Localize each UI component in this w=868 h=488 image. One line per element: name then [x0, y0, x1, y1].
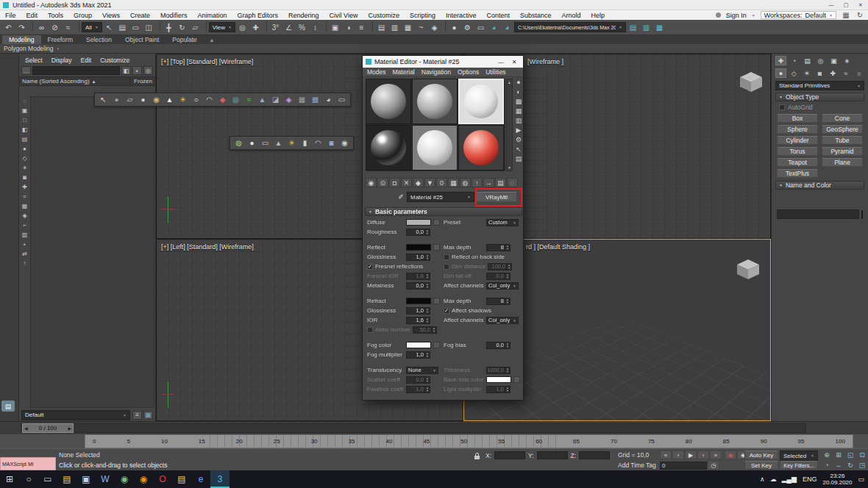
close-button[interactable]: ✕ — [508, 57, 520, 67]
select-object-icon[interactable]: ↖ — [103, 21, 115, 34]
vray-volume-grid-icon[interactable]: ▩ — [309, 94, 321, 105]
menu-content[interactable]: Content — [481, 12, 515, 19]
go-forward-icon[interactable]: → — [483, 178, 494, 187]
rectangular-selection-region-icon[interactable]: ▭ — [129, 21, 142, 34]
make-preview-icon[interactable]: ▶ — [516, 126, 522, 134]
x-coordinate-field[interactable] — [494, 451, 525, 459]
spinner-field[interactable]: 0,0▲▼ — [406, 229, 430, 236]
viewport-front-label[interactable]: [Wireframe ] — [527, 58, 563, 65]
key-selection-dropdown[interactable]: Selected▼ — [780, 451, 818, 461]
pick-parent-icon[interactable]: ◎ — [143, 66, 153, 75]
object-name-input[interactable] — [777, 209, 859, 219]
previous-frame-icon[interactable]: ‹ — [672, 451, 684, 459]
lights-category-icon[interactable]: ☀ — [801, 68, 812, 78]
display-geometry-icon[interactable]: ● — [23, 146, 26, 152]
zoom-icon[interactable]: ⊕ — [821, 451, 833, 459]
material-sample-slot[interactable] — [412, 79, 458, 124]
percent-snap-icon[interactable]: % — [296, 21, 308, 34]
tab-populate[interactable]: Populate — [166, 35, 204, 44]
select-and-manipulate-icon[interactable]: ✚ — [249, 21, 262, 34]
vray-rect-light-icon[interactable]: ▭ — [259, 137, 271, 148]
checkbox[interactable] — [444, 264, 449, 270]
select-icon[interactable]: ↖ — [97, 94, 110, 105]
firefox-icon[interactable]: ◉ — [134, 470, 153, 488]
material-sample-slot[interactable] — [458, 79, 504, 124]
material-editor-titlebar[interactable]: Material Editor - Material #25 — ✕ — [363, 56, 523, 68]
select-all-icon[interactable]: ▣ — [22, 107, 28, 114]
display-lights-icon[interactable]: ☀ — [22, 165, 27, 171]
backlight-icon[interactable]: ◐ — [516, 88, 520, 96]
auto-key-button[interactable]: Auto Key — [744, 451, 778, 459]
data-exchange-icon[interactable]: ▦ — [653, 21, 666, 34]
vray-physical-camera-icon[interactable]: ◉ — [338, 137, 351, 148]
menu-interactive[interactable]: Interactive — [441, 12, 482, 19]
go-to-start-icon[interactable]: « — [660, 451, 672, 459]
map-button[interactable] — [433, 219, 440, 226]
map-button[interactable] — [513, 376, 520, 383]
map-button[interactable] — [433, 342, 440, 348]
dropdown[interactable]: None▼ — [406, 367, 438, 374]
checkbox[interactable] — [367, 327, 373, 333]
render-iterative-icon[interactable]: ◕ — [501, 21, 513, 34]
checkbox[interactable]: ✓ — [444, 308, 449, 314]
ribbon-collapse-icon[interactable]: ▴ — [204, 35, 220, 44]
field-of-view-icon[interactable]: ◔ — [821, 461, 833, 470]
sort-column-header[interactable]: Name (Sorted Ascending) — [22, 78, 90, 85]
undo-icon[interactable]: ↶ — [2, 21, 15, 34]
window-crossing-icon[interactable]: ◫ — [143, 21, 155, 34]
geometry-category-icon[interactable]: ● — [775, 68, 786, 78]
polygon-modeling-panel[interactable]: Polygon Modeling — [4, 45, 54, 52]
toggle-layer-explorer-icon[interactable]: ▥ — [388, 21, 401, 34]
opera-icon[interactable]: O — [153, 470, 172, 488]
spinner-snap-icon[interactable]: ↕ — [309, 21, 321, 34]
display-xrefs-icon[interactable]: ◈ — [22, 212, 26, 219]
explorer-settings-icon[interactable]: ≡ — [132, 411, 142, 420]
bind-to-space-warp-icon[interactable]: ≈ — [62, 21, 74, 34]
material-map-navigator-icon[interactable]: ▤ — [516, 155, 522, 162]
scene-explorer-search-input[interactable] — [32, 66, 120, 75]
material-sample-slot[interactable] — [366, 125, 411, 171]
spinner-field[interactable]: 50,0▲▼ — [413, 326, 437, 334]
spinner-field[interactable]: 1,0▲▼ — [406, 351, 430, 359]
selection-lock-icon[interactable] — [474, 453, 480, 461]
asset-tracking-icon[interactable]: ▥ — [640, 21, 652, 34]
shapes-category-icon[interactable]: ◇ — [789, 68, 800, 78]
action-center-icon[interactable]: ▭ — [858, 476, 864, 483]
menu-file[interactable]: File — [0, 12, 21, 19]
workspace-selector[interactable]: Workspaces: Default ▼ — [761, 11, 836, 19]
vray-ambient-light-icon[interactable]: ◎ — [230, 94, 242, 105]
photos-icon[interactable]: ▣ — [77, 470, 96, 488]
go-to-parent-icon[interactable]: ↑ — [472, 178, 483, 187]
menu-scripting[interactable]: Scripting — [405, 12, 441, 19]
vray-metaball-icon[interactable]: ◉ — [150, 94, 163, 105]
chrome-icon[interactable]: ◉ — [115, 470, 134, 488]
select-invert-icon[interactable]: ◧ — [22, 126, 28, 133]
vray-cone-icon[interactable]: ▲ — [163, 94, 176, 105]
previous-frame-arrow[interactable]: ◀ — [24, 426, 28, 431]
zoom-all-icon[interactable]: ⊞ — [833, 451, 844, 459]
viewport-perspective-label[interactable]: rd ] [Default Shading ] — [526, 243, 590, 251]
assign-to-selection-icon[interactable]: ◘ — [389, 178, 400, 187]
task-view-button[interactable]: ▭ — [38, 470, 57, 488]
scene-explorer-list[interactable] — [30, 96, 154, 408]
next-frame-icon[interactable]: › — [697, 451, 709, 459]
reset-map-icon[interactable]: ✕ — [401, 178, 412, 187]
object-type-rollout[interactable]: ▼ Object Type — [775, 93, 864, 101]
vray-sphere-light-icon[interactable]: ● — [246, 137, 258, 148]
pick-icon[interactable]: ↑ — [24, 260, 26, 267]
toggle-scene-explorer-icon[interactable]: ▤ — [375, 21, 388, 34]
modify-tab-icon[interactable]: ◔ — [789, 56, 800, 65]
spinner-field[interactable]: 1,0▲▼ — [474, 400, 498, 401]
put-to-library-icon[interactable]: ▼ — [424, 178, 435, 187]
display-tab-icon[interactable]: ▣ — [828, 56, 839, 65]
name-and-color-rollout[interactable]: ▼ Name and Color — [775, 181, 864, 190]
render-setup-icon[interactable]: ⚙ — [461, 21, 474, 34]
viewport-layout-tab[interactable]: ▤ — [1, 401, 15, 412]
select-and-link-icon[interactable]: ∞ — [35, 21, 48, 34]
menu-rendering[interactable]: Rendering — [283, 12, 324, 19]
options-icon[interactable]: ⚙ — [516, 136, 522, 143]
create-tab-icon[interactable]: ✚ — [775, 56, 786, 65]
vray-light-sphere-icon[interactable]: ○ — [190, 94, 202, 105]
display-bones-icon[interactable]: ⌐ — [23, 222, 26, 229]
utilities-tab-icon[interactable]: ∗ — [842, 56, 853, 65]
